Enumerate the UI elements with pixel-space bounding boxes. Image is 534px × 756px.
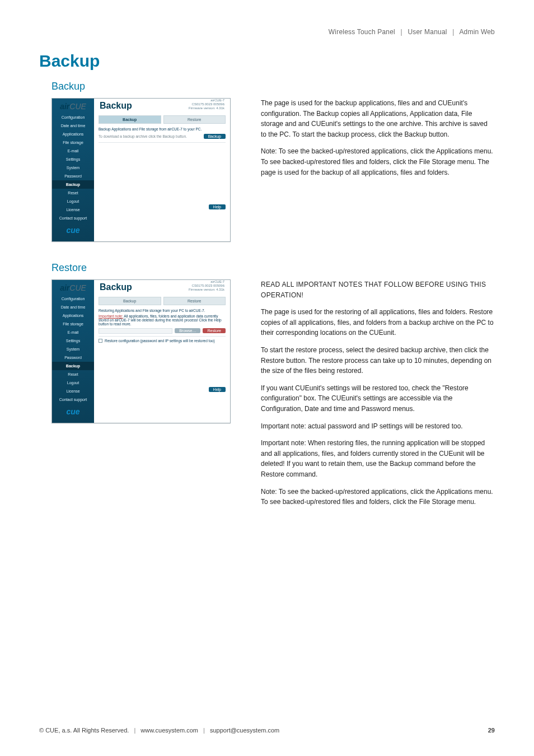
footer-logo: cue	[66, 404, 79, 419]
sidebar-item-date-and-time[interactable]: Date and time	[52, 122, 94, 130]
restore-prose-3: If you want CUEunit's settings will be r…	[261, 383, 495, 414]
browse-button[interactable]: Browse…	[175, 328, 200, 333]
sidebar-item-backup[interactable]: Backup	[52, 362, 94, 370]
sidebar-item-backup[interactable]: Backup	[52, 180, 94, 189]
sidebar-item-contact-support[interactable]: Contact support	[52, 214, 94, 222]
tab-backup[interactable]: Backup	[99, 297, 161, 305]
device-serial: CS0175.0023 005096	[189, 102, 224, 106]
sidebar-item-settings[interactable]: Settings	[52, 337, 94, 345]
sidebar-item-license[interactable]: License	[52, 387, 94, 395]
sidebar-item-applications[interactable]: Applications	[52, 311, 94, 320]
sidebar-item-date-and-time[interactable]: Date and time	[52, 303, 94, 311]
brand-cue: CUE	[69, 283, 86, 292]
footer-sep: |	[134, 727, 135, 734]
sidebar-item-configuration[interactable]: Configuration	[52, 113, 94, 122]
help-button[interactable]: Help	[209, 204, 226, 209]
breadcrumb-sep: |	[401, 28, 402, 36]
section-title-backup: Backup	[51, 81, 495, 92]
section-title-restore: Restore	[51, 262, 495, 274]
page-footer: © CUE, a.s. All Rights Reserved. | www.c…	[39, 727, 495, 734]
brand-logo: airCUE	[60, 283, 86, 292]
device-fw: Firmware version: 4.31k	[189, 288, 224, 292]
breadcrumb-a: Wireless Touch Panel	[329, 28, 395, 36]
sidebar-item-logout[interactable]: Logout	[52, 197, 94, 206]
restore-caps: Read all important notes that follow bef…	[261, 279, 495, 300]
backup-button[interactable]: Backup	[204, 134, 226, 139]
brand-cue: CUE	[69, 102, 86, 111]
brand-logo: airCUE	[60, 102, 86, 111]
sidebar-item-logout[interactable]: Logout	[52, 379, 94, 387]
restore-prose-2: To start the restore process, select the…	[261, 345, 495, 376]
backup-prose-1: The page is used for the backup applicat…	[261, 98, 495, 139]
tab-restore[interactable]: Restore	[163, 297, 226, 305]
tab-restore[interactable]: Restore	[163, 115, 226, 124]
breadcrumb-sep: |	[452, 28, 454, 36]
footer-url: www.cuesystem.com	[140, 727, 198, 734]
sidebar-item-system[interactable]: System	[52, 345, 94, 353]
brand-air: air	[60, 283, 69, 292]
backup-desc-1: Backup Applications and File storage fro…	[99, 127, 226, 131]
device-meta: airCUE-7 CS0175.0023 005096 Firmware ver…	[189, 280, 224, 292]
sidebar-item-e-mail[interactable]: E-mail	[52, 328, 94, 337]
restore-prose-6: Note: To see the backed-up/restored appl…	[261, 487, 495, 507]
footer-copyright: © CUE, a.s. All Rights Reserved.	[39, 727, 129, 734]
footer-sep: |	[203, 727, 205, 734]
page-number: 29	[488, 727, 495, 734]
help-button[interactable]: Help	[209, 387, 226, 392]
device-fw: Firmware version: 4.31k	[189, 106, 224, 110]
file-input[interactable]	[99, 328, 172, 334]
device-product: airCUE-7	[189, 99, 224, 102]
sidebar-item-license[interactable]: License	[52, 206, 94, 214]
restore-prose-5: Important note: When restoring files, th…	[261, 438, 495, 479]
restore-prose-1: The page is used for the restoring of al…	[261, 307, 495, 338]
breadcrumb-c: Admin Web	[459, 28, 495, 36]
sidebar-item-file-storage[interactable]: File storage	[52, 138, 94, 147]
brand-air: air	[60, 102, 69, 111]
sidebar-item-e-mail[interactable]: E-mail	[52, 147, 94, 155]
restore-config-row: Restore configuration (password and IP s…	[99, 339, 226, 343]
restore-prose-4: Important note: actual password and IP s…	[261, 421, 495, 432]
sidebar-item-contact-support[interactable]: Contact support	[52, 395, 94, 404]
footer-email: support@cuesystem.com	[210, 727, 279, 734]
screenshot-restore: airCUE Configuration Date and time Appli…	[51, 279, 231, 423]
footer-logo: cue	[66, 222, 79, 238]
sidebar-item-configuration[interactable]: Configuration	[52, 295, 94, 303]
sidebar-item-applications[interactable]: Applications	[52, 130, 94, 138]
backup-desc-2: To download a backup archive click the B…	[99, 134, 187, 138]
content-heading: Backup	[100, 282, 132, 292]
device-product: airCUE-7	[189, 280, 224, 284]
sidebar-item-system[interactable]: System	[52, 164, 94, 172]
restore-desc-1: Restoring Applications and File storage …	[99, 309, 226, 312]
sidebar-item-file-storage[interactable]: File storage	[52, 320, 94, 328]
important-label: Important note:	[99, 314, 123, 318]
restore-button[interactable]: Restore	[203, 328, 226, 333]
restore-config-checkbox[interactable]	[99, 339, 102, 343]
screenshot-backup: airCUE Configuration Date and time Appli…	[51, 98, 231, 242]
restore-config-label: Restore configuration (password and IP s…	[105, 339, 215, 343]
sidebar-item-settings[interactable]: Settings	[52, 155, 94, 164]
page-title: Backup	[39, 52, 495, 71]
sidebar-item-password[interactable]: Password	[52, 172, 94, 180]
restore-important: Important note: All applications, files,…	[99, 314, 226, 326]
breadcrumb-b: User Manual	[407, 28, 447, 36]
backup-prose-2: Note: To see the backed-up/restored appl…	[261, 146, 495, 178]
tab-backup[interactable]: Backup	[99, 115, 161, 124]
device-meta: airCUE-7 CS0175.0023 005096 Firmware ver…	[189, 99, 224, 111]
content-heading: Backup	[100, 101, 132, 111]
sidebar-item-reset[interactable]: Reset	[52, 370, 94, 379]
sidebar-item-reset[interactable]: Reset	[52, 189, 94, 197]
sidebar-item-password[interactable]: Password	[52, 353, 94, 362]
device-serial: CS0175.0023 005096	[189, 284, 224, 288]
breadcrumb: Wireless Touch Panel | User Manual | Adm…	[39, 28, 495, 36]
